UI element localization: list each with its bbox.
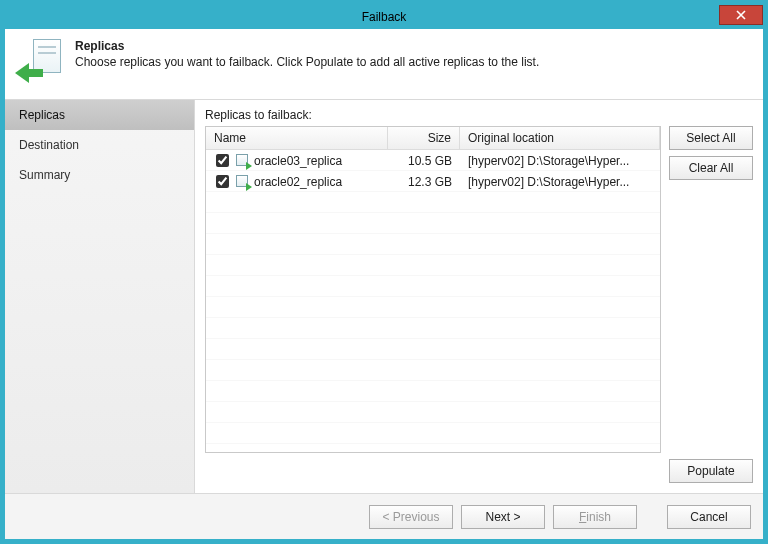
row-checkbox[interactable] [216, 154, 229, 167]
row-size: 10.5 GB [388, 154, 460, 168]
column-name[interactable]: Name [206, 127, 388, 149]
select-all-button[interactable]: Select All [669, 126, 753, 150]
failback-icon [17, 39, 63, 85]
row-location: [hyperv02] D:\Storage\Hyper... [460, 175, 660, 189]
vm-icon [236, 175, 250, 189]
row-location: [hyperv02] D:\Storage\Hyper... [460, 154, 660, 168]
next-button[interactable]: Next > [461, 505, 545, 529]
column-headers[interactable]: Name Size Original location [206, 127, 660, 150]
page-title: Replicas [75, 39, 539, 53]
list-label: Replicas to failback: [205, 108, 753, 122]
page-subtitle: Choose replicas you want to failback. Cl… [75, 55, 539, 69]
sidebar-item-summary[interactable]: Summary [5, 160, 194, 190]
vm-icon [236, 154, 250, 168]
close-icon [736, 10, 746, 20]
row-checkbox[interactable] [216, 175, 229, 188]
column-size[interactable]: Size [388, 127, 460, 149]
replicas-grid[interactable]: Name Size Original location oracle03_rep… [205, 126, 661, 453]
row-name: oracle03_replica [254, 154, 342, 168]
table-row[interactable]: oracle03_replica 10.5 GB [hyperv02] D:\S… [206, 150, 660, 171]
finish-button: Finish [553, 505, 637, 529]
populate-button[interactable]: Populate [669, 459, 753, 483]
close-button[interactable] [719, 5, 763, 25]
titlebar: Failback [5, 5, 763, 29]
wizard-header: Replicas Choose replicas you want to fai… [5, 29, 763, 99]
cancel-button[interactable]: Cancel [667, 505, 751, 529]
wizard-steps: Replicas Destination Summary [5, 100, 195, 493]
sidebar-item-replicas[interactable]: Replicas [5, 100, 194, 130]
wizard-footer: < Previous Next > Finish Cancel [5, 493, 763, 539]
window-title: Failback [5, 10, 763, 24]
column-location[interactable]: Original location [460, 127, 660, 149]
row-name: oracle02_replica [254, 175, 342, 189]
table-row[interactable]: oracle02_replica 12.3 GB [hyperv02] D:\S… [206, 171, 660, 192]
sidebar-item-destination[interactable]: Destination [5, 130, 194, 160]
clear-all-button[interactable]: Clear All [669, 156, 753, 180]
previous-button: < Previous [369, 505, 453, 529]
row-size: 12.3 GB [388, 175, 460, 189]
